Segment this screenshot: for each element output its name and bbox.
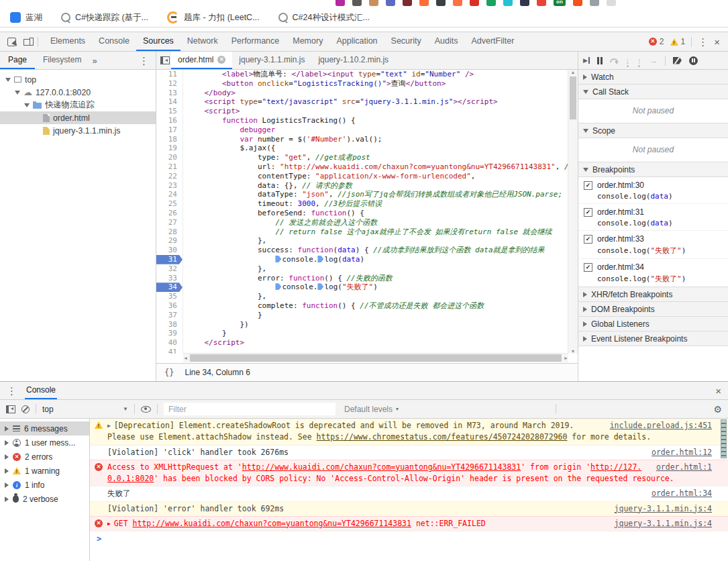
inline-breakpoint-icon[interactable]: [275, 283, 281, 290]
tree-item-127-0-0-1-8020[interactable]: ☁127.0.0.1:8020: [0, 86, 156, 99]
code-text[interactable]: console.log("失败了"): [183, 283, 378, 292]
code-text[interactable]: contentType: "application/x-www-form-url…: [183, 172, 475, 181]
file-tab-order-html[interactable]: order.html✕: [171, 52, 232, 69]
message-link[interactable]: https://www.chromestatus.com/features/45…: [317, 432, 568, 442]
breakpoint-checkbox[interactable]: ✓: [584, 263, 592, 272]
close-devtools-icon[interactable]: ×: [714, 37, 720, 47]
line-number[interactable]: 22: [156, 172, 183, 181]
extension-icon[interactable]: [537, 0, 546, 6]
line-number[interactable]: 26: [156, 209, 183, 218]
code-text[interactable]: console.log(data): [183, 255, 364, 264]
extension-icon[interactable]: [607, 0, 616, 6]
line-number[interactable]: 38: [156, 320, 183, 329]
tab-memory[interactable]: Memory: [286, 32, 329, 51]
extension-icon[interactable]: [386, 0, 395, 6]
vertical-scrollbar[interactable]: ▲ ▼: [568, 70, 578, 354]
horizontal-scrollbar[interactable]: ◄ ►: [183, 353, 568, 362]
section-header-event-listener-breakpoints[interactable]: Event Listener Breakpoints: [578, 332, 728, 346]
extension-icon[interactable]: [453, 0, 462, 6]
scroll-up-arrow[interactable]: ▲: [571, 70, 576, 74]
tree-arrow-icon[interactable]: [15, 91, 20, 95]
console-sidebar-toggle-icon[interactable]: [6, 405, 15, 413]
scrollbar-thumb[interactable]: [570, 76, 576, 119]
line-number[interactable]: 28: [156, 227, 183, 237]
step-icon[interactable]: →: [649, 57, 658, 64]
section-header-dom-breakpoints[interactable]: DOM Breakpoints: [578, 302, 728, 317]
code-text[interactable]: dataType: "json", //json写了jq会帮我们转换成数组或者对…: [183, 190, 562, 199]
tab-console[interactable]: Console: [92, 32, 136, 51]
code-text[interactable]: url: "http://www.kuaidi.com/chaxun?com=y…: [183, 162, 568, 172]
line-number[interactable]: 39: [156, 329, 183, 338]
source-link[interactable]: order.html:1: [656, 462, 712, 473]
code-text[interactable]: type: "get", //get或者post: [183, 153, 370, 162]
section-header-call-stack[interactable]: Call Stack: [578, 85, 728, 99]
toggle-navigator-icon[interactable]: [160, 56, 170, 64]
bookmark-item[interactable]: C#快递跟踪 (基于...: [61, 11, 148, 23]
code-text[interactable]: <script type="text/javascript" src="jque…: [183, 97, 498, 107]
tab-advertfilter[interactable]: AdvertFilter: [464, 32, 521, 51]
breakpoint-checkbox[interactable]: ✓: [584, 208, 592, 217]
tree-item-top[interactable]: top: [0, 73, 156, 86]
line-number[interactable]: 35: [156, 292, 183, 301]
code-text[interactable]: },: [183, 292, 266, 301]
tab-security[interactable]: Security: [384, 32, 428, 51]
scroll-right-arrow[interactable]: ►: [564, 356, 568, 360]
code-text[interactable]: },: [183, 236, 266, 246]
message-link[interactable]: http://www.kuaidi.com/chaxun?com=yuanton…: [242, 462, 521, 472]
extension-icon[interactable]: [486, 0, 496, 6]
line-number[interactable]: 40: [156, 338, 183, 348]
code-text[interactable]: }: [183, 329, 227, 338]
section-header-watch[interactable]: Watch: [578, 70, 728, 85]
expand-arrow-icon[interactable]: [5, 482, 9, 488]
file-tab-jquery-3-1-1-min-js[interactable]: jquery-3.1.1.min.js: [232, 52, 311, 69]
device-toolbar-icon[interactable]: [23, 38, 34, 46]
code-text[interactable]: var number = $('#Number').val();: [183, 135, 382, 144]
tab-console[interactable]: Console: [25, 382, 57, 399]
line-number[interactable]: 24: [156, 190, 183, 199]
tab-audits[interactable]: Audits: [428, 32, 465, 51]
breakpoint-entry[interactable]: ✓order.html:33console.log("失败了"): [578, 231, 728, 259]
section-header-global-listeners[interactable]: Global Listeners: [578, 317, 728, 332]
error-badge[interactable]: 2: [649, 37, 664, 46]
code-text[interactable]: beforeSend: function() {: [183, 209, 364, 218]
code-text[interactable]: }: [183, 311, 262, 320]
extension-icon[interactable]: [470, 0, 479, 6]
breakpoint-checkbox[interactable]: ✓: [584, 181, 592, 190]
line-number[interactable]: 41: [156, 348, 183, 354]
scroll-down-arrow[interactable]: ▼: [571, 349, 576, 354]
code-text[interactable]: }): [183, 320, 249, 329]
console-filter-1-info[interactable]: 1 info: [0, 478, 89, 492]
bookmark-item[interactable]: 题库 - 力扣 (LeetC...: [167, 11, 260, 23]
extension-icon[interactable]: [573, 0, 582, 6]
tab-sources[interactable]: Sources: [136, 32, 180, 51]
code-text[interactable]: },: [183, 264, 266, 274]
tree-item-order-html[interactable]: order.html: [0, 111, 156, 124]
line-number[interactable]: 30: [156, 246, 183, 255]
warning-badge[interactable]: 1: [670, 37, 686, 46]
line-number[interactable]: 15: [156, 107, 183, 116]
pause-on-exceptions-icon[interactable]: [689, 56, 698, 65]
collapse-sidebar-icon[interactable]: ▶: [583, 57, 590, 64]
log-levels-dropdown[interactable]: Default levels ▾: [344, 405, 399, 414]
console-filter-1-user-mess[interactable]: 1 user mess...: [0, 436, 89, 450]
extension-icon[interactable]: [590, 0, 599, 6]
line-number[interactable]: 20: [156, 153, 183, 162]
line-number[interactable]: 23: [156, 181, 183, 191]
line-number[interactable]: 19: [156, 144, 183, 153]
line-number[interactable]: 13: [156, 89, 183, 98]
breakpoint-checkbox[interactable]: ✓: [584, 235, 592, 244]
message-link[interactable]: http://www.kuaidi.com/chaxun?com=yuanton…: [133, 519, 411, 528]
code-editor[interactable]: 11 <label>物流单号: </label><input type="tex…: [156, 70, 568, 354]
line-number[interactable]: 36: [156, 301, 183, 311]
tab-elements[interactable]: Elements: [44, 32, 92, 51]
code-text[interactable]: complete: function() { //不管成功还是失败 都会进这个函…: [183, 301, 484, 311]
code-text[interactable]: <script>: [183, 107, 240, 116]
tree-item-jquery-3-1-1-min-js[interactable]: jquery-3.1.1.min.js: [0, 124, 156, 137]
section-header-breakpoints[interactable]: Breakpoints: [578, 162, 728, 177]
line-number[interactable]: 21: [156, 162, 183, 172]
source-link[interactable]: jquery-3.1.1.min.js:4: [615, 503, 712, 515]
line-number[interactable]: 16: [156, 116, 183, 125]
extension-icon[interactable]: [520, 0, 529, 6]
expand-arrow-icon[interactable]: [5, 468, 9, 474]
code-text[interactable]: // 发送之前就会进入这个函数: [183, 218, 377, 227]
